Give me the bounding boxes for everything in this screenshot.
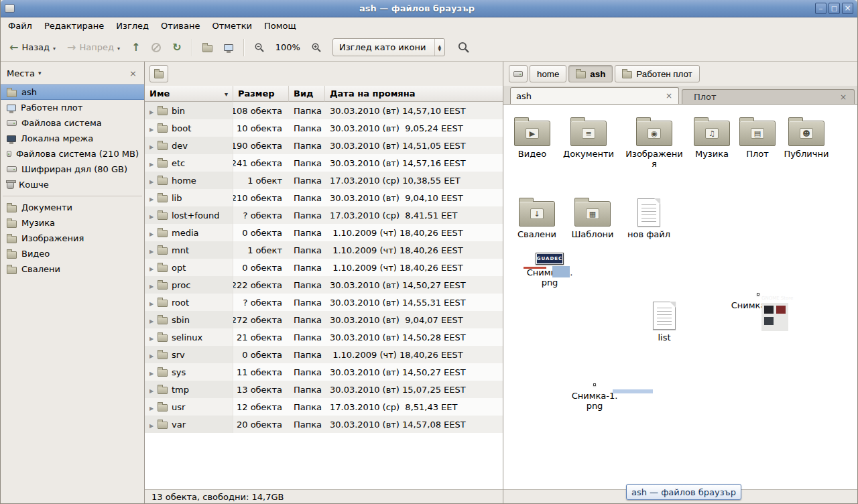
back-history-caret-icon[interactable]	[53, 42, 56, 52]
thumbnail-snimka-2[interactable]: GUADEC Снимка-2.png	[517, 252, 583, 288]
expander-icon[interactable]	[149, 332, 158, 342]
expander-icon[interactable]	[149, 245, 158, 255]
sidebar-item-ash[interactable]: ash	[1, 84, 144, 100]
places-selector[interactable]: Места ▾ ×	[1, 62, 144, 84]
icon-item-documents[interactable]: ≡ Документи	[560, 114, 617, 159]
table-row[interactable]: etc 241 обекта Папка 30.03.2010 (вт) 14,…	[145, 154, 503, 172]
table-row[interactable]: usr 12 обекта Папка 17.03.2010 (ср) 8,51…	[145, 398, 503, 416]
table-row[interactable]: dev 190 обекта Папка 30.03.2010 (вт) 14,…	[145, 137, 503, 154]
tab-close-icon[interactable]: ×	[664, 91, 674, 101]
sidebar-item-pictures[interactable]: Изображения	[1, 231, 144, 246]
minimize-button[interactable]	[815, 3, 826, 14]
icon-item-downloads[interactable]: ↓ Свалени	[508, 194, 566, 239]
table-row[interactable]: var 20 обекта Папка 30.03.2010 (вт) 14,5…	[145, 416, 503, 433]
table-row[interactable]: tmp 13 обекта Папка 30.03.2010 (вт) 15,0…	[145, 381, 503, 398]
stop-button[interactable]	[147, 38, 166, 58]
menu-item[interactable]: Отметки	[206, 17, 257, 34]
table-row[interactable]: srv 0 обекта Папка 1.10.2009 (чт) 18,40,…	[145, 346, 503, 363]
titlebar[interactable]: ash — файлов браузър	[1, 0, 857, 17]
table-row[interactable]: sbin 272 обекта Папка 30.03.2010 (вт) 9,…	[145, 311, 503, 328]
sidebar-item-documents[interactable]: Документи	[1, 200, 144, 215]
sidebar-item-network[interactable]: Локална мрежа	[1, 131, 144, 146]
icon-item-new-file[interactable]: нов файл	[620, 194, 678, 239]
zoom-out-button[interactable]	[249, 38, 269, 58]
expander-icon[interactable]	[149, 315, 158, 325]
taskbar-window-button[interactable]: ash — файлов браузър	[626, 484, 741, 500]
forward-button[interactable]: → Напред	[62, 38, 125, 58]
back-button[interactable]: ← Назад	[5, 38, 60, 58]
icon-item-list-file[interactable]: list	[635, 298, 693, 342]
table-row[interactable]: home 1 обект Папка 17.03.2010 (ср) 10,38…	[145, 172, 503, 189]
table-row[interactable]: lib 210 обекта Папка 30.03.2010 (вт) 9,0…	[145, 189, 503, 206]
menu-item[interactable]: Редактиране	[38, 17, 110, 34]
table-row[interactable]: boot 10 обекта Папка 30.03.2010 (вт) 9,0…	[145, 119, 503, 137]
table-row[interactable]: root ? обекта Папка 30.03.2010 (вт) 14,5…	[145, 294, 503, 311]
home-button[interactable]	[198, 38, 217, 58]
view-mode-selector[interactable]: Изглед като икони ▲▼	[332, 38, 445, 56]
tab-ash[interactable]: ash ×	[510, 87, 679, 104]
folder-icon	[158, 352, 168, 359]
sidebar-item-trash[interactable]: Кошче	[1, 177, 144, 192]
column-header-date[interactable]: Дата на промяна	[325, 86, 503, 102]
sidebar-item-filesystem-210mb[interactable]: Файлова система (210 MB)	[1, 146, 144, 162]
pathbar-desktop-button[interactable]: Работен плот	[615, 65, 699, 82]
expander-icon[interactable]	[149, 228, 158, 238]
thumbnail-snimka-1[interactable]: Снимка-1.png	[561, 378, 628, 411]
menu-item[interactable]: Файл	[2, 17, 38, 34]
column-header-name[interactable]: Име	[145, 86, 233, 102]
column-header-type[interactable]: Вид	[289, 86, 325, 102]
tab-close-icon[interactable]: ×	[838, 92, 849, 102]
icon-item-pictures[interactable]: ◉ Изображения	[625, 114, 683, 169]
reload-button[interactable]: ↻	[168, 38, 186, 58]
expander-icon[interactable]	[149, 367, 158, 377]
column-header-size[interactable]: Размер	[233, 86, 289, 102]
menu-item[interactable]: Помощ	[258, 17, 302, 34]
sidebar-item-filesystem[interactable]: Файлова система	[1, 115, 144, 131]
sidebar-item-encrypted-volume[interactable]: Шифриран дял (80 GB)	[1, 162, 144, 177]
expander-icon[interactable]	[149, 106, 158, 116]
expander-icon[interactable]	[149, 385, 158, 395]
table-row[interactable]: proc 222 обекта Папка 30.03.2010 (вт) 14…	[145, 276, 503, 294]
expander-icon[interactable]	[149, 420, 158, 430]
up-button[interactable]: ↑	[127, 38, 145, 58]
close-button[interactable]	[842, 3, 853, 14]
table-row[interactable]: bin 108 обекта Папка 30.03.2010 (вт) 14,…	[145, 102, 503, 119]
expander-icon[interactable]	[149, 193, 158, 203]
icon-item-video[interactable]: ▶ Видео	[503, 114, 561, 159]
menu-item[interactable]: Отиване	[155, 17, 206, 34]
pathbar-root-button[interactable]	[149, 65, 168, 82]
icon-item-public[interactable]: ☻ Публични	[778, 114, 835, 159]
sidebar-close-icon[interactable]: ×	[128, 68, 138, 78]
table-row[interactable]: selinux 21 обекта Папка 30.03.2010 (вт) …	[145, 328, 503, 346]
pathbar-drive-button[interactable]	[509, 65, 528, 82]
sidebar-item-music[interactable]: Музика	[1, 215, 144, 231]
sidebar-item-videos[interactable]: Видео	[1, 246, 144, 261]
expander-icon[interactable]	[149, 298, 158, 308]
sidebar-item-desktop[interactable]: Работен плот	[1, 100, 144, 115]
expander-icon[interactable]	[149, 123, 158, 133]
maximize-button[interactable]	[829, 3, 840, 14]
table-row[interactable]: sys 11 обекта Папка 30.03.2010 (вт) 14,5…	[145, 363, 503, 381]
zoom-in-button[interactable]	[306, 38, 326, 58]
expander-icon[interactable]	[149, 350, 158, 360]
search-button[interactable]	[452, 38, 475, 58]
pathbar-home-button[interactable]: home	[530, 65, 566, 82]
table-row[interactable]: lost+found ? обекта Папка 17.03.2010 (ср…	[145, 206, 503, 224]
expander-icon[interactable]	[149, 158, 158, 168]
menu-item[interactable]: Изглед	[110, 17, 155, 34]
table-row[interactable]: mnt 1 обект Папка 1.10.2009 (чт) 18,40,2…	[145, 241, 503, 259]
computer-button[interactable]	[219, 38, 238, 58]
expander-icon[interactable]	[149, 210, 158, 220]
thumbnail-snimka[interactable]: GNOME Store Снимка.png	[725, 288, 792, 310]
table-row[interactable]: media 0 обекта Папка 1.10.2009 (чт) 18,4…	[145, 224, 503, 241]
expander-icon[interactable]	[149, 176, 158, 186]
expander-icon[interactable]	[149, 141, 158, 151]
sidebar-item-downloads[interactable]: Свалени	[1, 261, 144, 277]
icon-item-templates[interactable]: ▦ Шаблони	[564, 194, 621, 239]
expander-icon[interactable]	[149, 280, 158, 290]
expander-icon[interactable]	[149, 402, 158, 412]
pathbar-ash-button[interactable]: ash	[568, 65, 613, 82]
table-row[interactable]: opt 0 обекта Папка 1.10.2009 (чт) 18,40,…	[145, 259, 503, 276]
tab-desktop[interactable]: Плот ×	[682, 89, 855, 104]
expander-icon[interactable]	[149, 263, 158, 273]
